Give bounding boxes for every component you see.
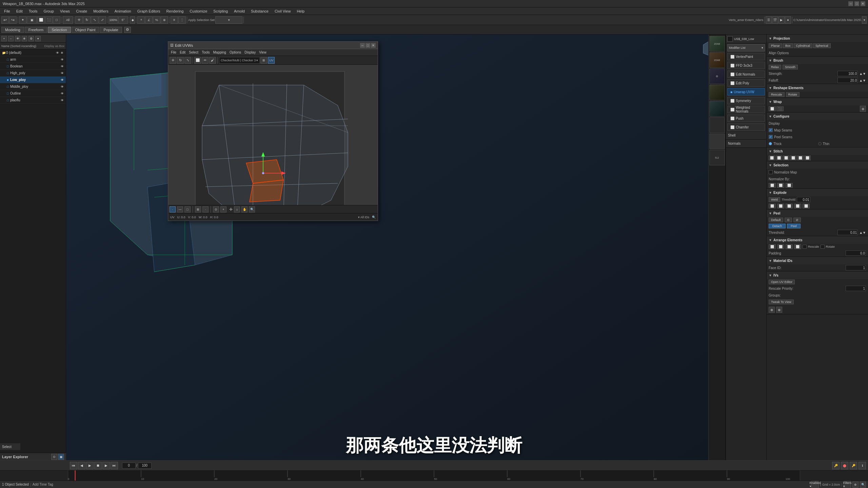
layer-item-0default[interactable]: 📁 0 (default) 👁 ❄ xyxy=(0,49,66,56)
select-region-btn[interactable]: ⬜ xyxy=(37,16,45,24)
brush-header[interactable]: ▼ Brush xyxy=(767,57,868,64)
uv-menu-edit[interactable]: Edit xyxy=(178,50,187,54)
select-name-btn[interactable]: ▣ xyxy=(27,16,37,24)
proj-spherical[interactable]: Spherical xyxy=(813,43,831,48)
layer-vis-highpoly[interactable]: 👁 xyxy=(60,71,64,76)
mode-settings-btn[interactable]: ⚙ xyxy=(124,27,131,33)
uv-uvw-btn[interactable]: UV xyxy=(268,57,275,64)
uv-edge-mode[interactable]: — xyxy=(177,206,183,212)
timeline-track[interactable]: 0 10 20 30 40 50 60 70 80 90 100 xyxy=(68,471,800,481)
explode-btn4[interactable]: ⬜ xyxy=(794,204,801,208)
percent-snap[interactable]: % xyxy=(153,16,160,24)
stitch-header[interactable]: ▼ Stitch xyxy=(767,147,868,155)
layer-delete-btn[interactable]: − xyxy=(8,36,14,41)
stitch-btn3[interactable]: ⬜ xyxy=(783,156,789,160)
status-icon1[interactable]: ⊕ xyxy=(852,482,859,488)
uv-snap-vert[interactable]: · xyxy=(202,206,209,212)
menu-rendering[interactable]: Rendering xyxy=(164,8,186,14)
obj-color-swatch[interactable] xyxy=(727,36,733,42)
modifier-ffd[interactable]: ⬜ FFD 3x3x3 xyxy=(727,62,765,69)
layer-bar-btn2[interactable]: ▣ xyxy=(58,454,64,460)
uv-grow-sel[interactable]: + xyxy=(220,206,226,212)
move-btn[interactable]: ✛ xyxy=(75,16,83,24)
uv-canvas[interactable] xyxy=(168,65,378,205)
thumb-512[interactable]: 512 xyxy=(709,150,725,165)
configure-header[interactable]: ▼ Configure xyxy=(767,113,868,120)
angle-btn[interactable]: 5° xyxy=(118,16,128,24)
layer-hide-btn[interactable]: 👁 xyxy=(15,36,20,41)
layer-item-arm[interactable]: □ arm 👁 xyxy=(0,56,66,63)
close-btn[interactable]: ✕ xyxy=(861,1,865,6)
undo-btn[interactable]: ↩ xyxy=(1,16,9,24)
ivs-icon-btn2[interactable]: ⊗ xyxy=(776,307,782,313)
arrange-btn1[interactable]: ⬜ xyxy=(769,244,776,249)
modifier-weightednormals[interactable]: ⬜ Weighted Normals xyxy=(727,106,765,113)
layer-settings-btn[interactable]: ⚙ xyxy=(28,36,34,41)
arrange-btn3[interactable]: ⬜ xyxy=(786,244,793,249)
uv-menu-display[interactable]: Display xyxy=(243,50,257,54)
proj-box[interactable]: Box xyxy=(783,43,793,48)
spacing-btn[interactable]: ⋮ xyxy=(178,16,186,24)
shell-entry[interactable]: Shell xyxy=(726,131,766,140)
menu-help[interactable]: Help xyxy=(294,8,307,14)
normalize-btn1[interactable]: ⬜ xyxy=(769,183,776,188)
prev-frame-btn[interactable]: ◀ xyxy=(78,462,85,469)
falloff-input[interactable] xyxy=(837,78,858,83)
falloff-spinner[interactable]: ▲▼ xyxy=(859,79,866,82)
face-id-input[interactable] xyxy=(846,265,866,270)
render-frame-btn[interactable]: ▶ xyxy=(778,16,785,24)
stitch-btn4[interactable]: ⬜ xyxy=(790,156,796,160)
strength-spinner[interactable]: ▲▼ xyxy=(859,72,866,76)
proj-planar[interactable]: Planar xyxy=(769,43,782,48)
reshape-rotate[interactable]: Rotate xyxy=(786,92,800,97)
peel-default-btn[interactable]: Default xyxy=(769,218,783,222)
uv-zoom-btn[interactable]: 🔍 xyxy=(249,206,255,212)
status-add-tag[interactable]: Add Time Tag xyxy=(33,483,53,486)
uv-loop-sel[interactable]: ⊙ xyxy=(213,206,219,212)
layer-freeze-0default[interactable]: ❄ xyxy=(60,50,64,55)
thumb-small2[interactable] xyxy=(709,85,725,100)
layer-vis-outline[interactable]: 👁 xyxy=(60,91,64,96)
strength-input[interactable] xyxy=(837,71,858,76)
modifier-chamfer[interactable]: ⬜ Chamfer xyxy=(727,123,765,131)
layer-expand-btn[interactable]: ▾ xyxy=(35,36,41,41)
uv-maximize-btn[interactable]: □ xyxy=(366,43,370,48)
peel-unpin-btn[interactable]: ⊘ xyxy=(793,218,801,222)
modifier-symmetry[interactable]: ⬜ Symmetry xyxy=(727,97,765,104)
prev-key-btn[interactable]: ⏮ xyxy=(70,462,77,469)
layer-vis-arm[interactable]: 👁 xyxy=(60,57,64,62)
uv-move-btn[interactable]: ✛ xyxy=(170,57,176,64)
stitch-btn5[interactable]: ⬜ xyxy=(797,156,804,160)
proj-cylindrical[interactable]: Cylindrical xyxy=(794,43,813,48)
reshape-rescale[interactable]: Rescale xyxy=(769,92,785,97)
brush-relax[interactable]: Relax xyxy=(769,65,781,69)
stitch-btn2[interactable]: ⬜ xyxy=(776,156,782,160)
enable-btn[interactable]: Enabled ▾ xyxy=(811,481,819,488)
padding-input[interactable] xyxy=(846,250,866,256)
uv-menu-select[interactable]: Select xyxy=(188,50,200,54)
thumb-small3[interactable] xyxy=(709,101,725,117)
layer-vis-plaoflu[interactable]: 👁 xyxy=(60,98,64,103)
normalize-map-check[interactable] xyxy=(769,170,773,174)
layer-item-middleploy[interactable]: □ Middle_ploy 👁 xyxy=(0,83,66,90)
selection-header[interactable]: ▼ Selection xyxy=(767,161,868,169)
selection-set-dropdown[interactable]: ▾ xyxy=(215,16,242,24)
modifier-list-dropdown[interactable]: Modifier List ▾ xyxy=(727,44,765,52)
thick-radio[interactable] xyxy=(769,142,772,145)
layer-freeze-btn[interactable]: ❄ xyxy=(22,36,27,41)
layer-item-boolean[interactable]: □ Boolean 👁 xyxy=(0,63,66,70)
key-filter-btn[interactable]: 🔑 xyxy=(832,462,840,469)
menu-graph-editors[interactable]: Graph Editors xyxy=(135,8,163,14)
uv-menu-options[interactable]: Options xyxy=(228,50,242,54)
tweak-to-view-btn[interactable]: Tweak To View xyxy=(769,300,794,304)
material-ids-header[interactable]: ▼ Material IDs xyxy=(767,257,868,264)
peel-header[interactable]: ▼ Peel xyxy=(767,209,868,217)
explode-btn3[interactable]: ⬜ xyxy=(786,204,793,208)
arrange-rescale-check[interactable] xyxy=(803,245,807,249)
menu-views[interactable]: Views xyxy=(57,8,73,14)
layer-item-highpoly[interactable]: □ High_poly 👁 xyxy=(0,70,66,77)
uv-vertex-mode[interactable]: · xyxy=(170,206,176,212)
set-key-btn[interactable]: 🔑 xyxy=(850,462,857,469)
mode-modeling[interactable]: Modeling xyxy=(1,27,24,33)
uv-checker-btn[interactable]: ⊞ xyxy=(260,57,267,64)
